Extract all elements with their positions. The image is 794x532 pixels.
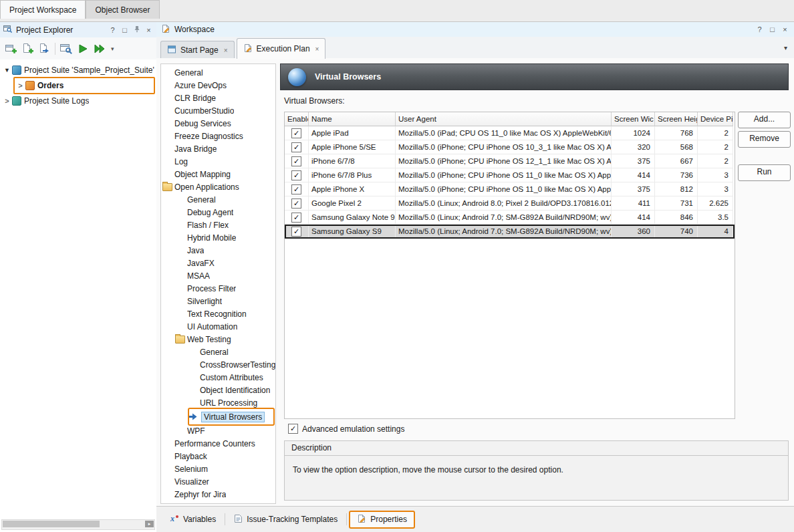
- add-project-suite-item-icon[interactable]: [3, 42, 18, 55]
- close-icon[interactable]: ×: [144, 26, 153, 34]
- options-tree-item[interactable]: Silverlight: [161, 295, 275, 307]
- scrollbar-thumb[interactable]: [3, 521, 100, 527]
- options-tree-item[interactable]: Virtual Browsers: [161, 409, 275, 424]
- virtual-browser-row[interactable]: ✓iPhone 6/7/8 PlusMozilla/5.0 (iPhone; C…: [285, 168, 735, 182]
- tab-variables[interactable]: x Variables: [163, 512, 223, 527]
- options-tree-item[interactable]: Freeze Diagnostics: [161, 130, 275, 142]
- virtual-browser-row[interactable]: ✓Apple iPhone XMozilla/5.0 (iPhone; CPU …: [285, 182, 735, 196]
- options-tree-item[interactable]: CrossBrowserTesting: [161, 358, 275, 371]
- options-tree-item[interactable]: Object Mapping: [161, 168, 275, 180]
- tab-execution-plan[interactable]: Execution Plan ×: [237, 38, 326, 59]
- options-tree-item[interactable]: Debug Services: [161, 117, 275, 130]
- options-tree-item[interactable]: Java Bridge: [161, 142, 275, 155]
- object-spy-icon[interactable]: [59, 42, 74, 55]
- add-button[interactable]: Add...: [738, 112, 791, 128]
- virtual-browser-row[interactable]: ✓Apple iPadMozilla/5.0 (iPad; CPU OS 11_…: [285, 126, 735, 140]
- column-header-screen-heig[interactable]: Screen Heig: [655, 112, 698, 126]
- virtual-browsers-table[interactable]: EnableNameUser AgentScreen WicScreen Hei…: [284, 112, 735, 419]
- options-tree-item[interactable]: General: [161, 346, 275, 358]
- virtual-browser-row[interactable]: ✓iPhone 6/7/8Mozilla/5.0 (iPhone; CPU iP…: [285, 154, 735, 168]
- run-button[interactable]: Run: [738, 164, 791, 181]
- virtual-browser-row[interactable]: ✓Google Pixel 2Mozilla/5.0 (Linux; Andro…: [285, 196, 735, 211]
- tab-object-browser[interactable]: Object Browser: [86, 0, 159, 19]
- options-tree-item[interactable]: Performance Counters: [161, 437, 275, 450]
- column-header-enable[interactable]: Enable: [285, 112, 309, 126]
- virtual-browser-row[interactable]: ✓Apple iPhone 5/SEMozilla/5.0 (iPhone; C…: [285, 140, 735, 154]
- options-tree-item[interactable]: Custom Attributes: [161, 371, 275, 384]
- options-tree-item[interactable]: Zephyr for Jira: [161, 488, 275, 501]
- options-tree-item-label: WPF: [187, 426, 205, 436]
- options-tree-item[interactable]: Web Testing: [161, 333, 275, 346]
- horizontal-scrollbar[interactable]: ▸: [1, 519, 155, 530]
- project-explorer-node[interactable]: >Orders: [13, 77, 155, 94]
- tab-issue-tracking-templates[interactable]: Issue-Tracking Templates: [227, 512, 344, 527]
- user-agent-cell: Mozilla/5.0 (iPad; CPU OS 11_0 like Mac …: [396, 126, 612, 140]
- options-tree-item[interactable]: General: [161, 66, 275, 79]
- options-tree-item[interactable]: Azure DevOps: [161, 79, 275, 92]
- tab-properties[interactable]: Properties: [349, 511, 415, 529]
- run-project-suite-icon[interactable]: [92, 42, 107, 55]
- run-options-dropdown-icon[interactable]: ▾: [109, 45, 116, 52]
- enable-checkbox[interactable]: ✓: [291, 184, 301, 194]
- enable-checkbox[interactable]: ✓: [291, 213, 301, 223]
- help-icon[interactable]: ?: [108, 26, 117, 34]
- options-tree-item[interactable]: MSAA: [161, 269, 275, 282]
- virtual-browser-row[interactable]: ✓Samsung Galaxy Note 9Mozilla/5.0 (Linux…: [285, 211, 735, 225]
- pin-icon[interactable]: [132, 25, 141, 34]
- enable-checkbox[interactable]: ✓: [291, 142, 301, 152]
- add-existing-item-icon[interactable]: [37, 42, 51, 55]
- close-tab-icon[interactable]: ×: [224, 47, 228, 54]
- project-explorer-node[interactable]: ▼Project Suite 'Sample_Project_Suite' (1…: [0, 63, 156, 77]
- options-tree-item[interactable]: CucumberStudio: [161, 104, 275, 117]
- project-explorer-node[interactable]: >Project Suite Logs: [0, 94, 156, 108]
- options-tree-item[interactable]: Log: [161, 155, 275, 168]
- close-icon[interactable]: ×: [781, 25, 789, 33]
- maximize-icon[interactable]: □: [120, 26, 129, 34]
- column-header-user-agent[interactable]: User Agent: [396, 112, 612, 126]
- browser-name-cell: Apple iPad: [309, 126, 396, 140]
- virtual-browsers-list-label: Virtual Browsers:: [284, 96, 344, 106]
- enable-checkbox[interactable]: ✓: [291, 227, 301, 237]
- add-project-item-icon[interactable]: [20, 42, 35, 55]
- options-tree-item[interactable]: Flash / Flex: [161, 219, 275, 231]
- column-header-name[interactable]: Name: [309, 112, 396, 126]
- expanded-arrow-icon[interactable]: ▼: [3, 67, 11, 74]
- options-tree-item[interactable]: Object Identification: [161, 384, 275, 396]
- tab-list-dropdown-icon[interactable]: ▾: [784, 44, 787, 51]
- options-tree-item[interactable]: Process Filter: [161, 282, 275, 295]
- options-tree-item[interactable]: Text Recognition: [161, 307, 275, 320]
- screen-height-cell: 768: [655, 126, 698, 140]
- options-tree-item[interactable]: WPF: [161, 424, 275, 437]
- options-tree-item[interactable]: Visualizer: [161, 475, 275, 488]
- options-tree-item[interactable]: Java: [161, 244, 275, 257]
- options-tree-item[interactable]: Debug Agent: [161, 206, 275, 219]
- remove-button[interactable]: Remove: [738, 131, 791, 148]
- options-tree-item[interactable]: Playback: [161, 450, 275, 462]
- enable-checkbox[interactable]: ✓: [291, 170, 301, 180]
- options-tree-item[interactable]: UI Automation: [161, 320, 275, 333]
- enable-checkbox[interactable]: ✓: [291, 198, 301, 209]
- options-tree-item[interactable]: Open Applications: [161, 180, 275, 193]
- collapsed-arrow-icon[interactable]: >: [16, 82, 25, 90]
- options-tree-item[interactable]: General: [161, 193, 275, 206]
- options-tree-item[interactable]: Hybrid Mobile: [161, 231, 275, 244]
- options-tree-item[interactable]: Selenium: [161, 462, 275, 475]
- virtual-browser-row[interactable]: ✓Samsung Galaxy S9Mozilla/5.0 (Linux; An…: [285, 225, 735, 239]
- options-tree-item-label: Hybrid Mobile: [187, 233, 236, 243]
- tab-start-page[interactable]: Start Page ×: [160, 41, 235, 59]
- advanced-emulation-checkbox[interactable]: ✓: [288, 424, 298, 434]
- column-header-screen-wic[interactable]: Screen Wic: [612, 112, 655, 126]
- options-tree-item[interactable]: JavaFX: [161, 257, 275, 269]
- enable-checkbox[interactable]: ✓: [291, 156, 301, 166]
- user-agent-cell: Mozilla/5.0 (Linux; Android 8.0; Pixel 2…: [396, 196, 612, 211]
- options-tree-item[interactable]: CLR Bridge: [161, 92, 275, 104]
- maximize-icon[interactable]: □: [768, 25, 777, 33]
- tab-project-workspace[interactable]: Project Workspace: [0, 0, 86, 19]
- collapsed-arrow-icon[interactable]: >: [3, 97, 11, 105]
- run-project-icon[interactable]: [76, 42, 90, 55]
- help-icon[interactable]: ?: [755, 25, 764, 33]
- enable-checkbox[interactable]: ✓: [291, 128, 301, 138]
- scrollbar-right-arrow-icon[interactable]: ▸: [145, 521, 154, 527]
- column-header-device-pi[interactable]: Device Pi: [698, 112, 733, 126]
- close-tab-icon[interactable]: ×: [315, 45, 319, 53]
